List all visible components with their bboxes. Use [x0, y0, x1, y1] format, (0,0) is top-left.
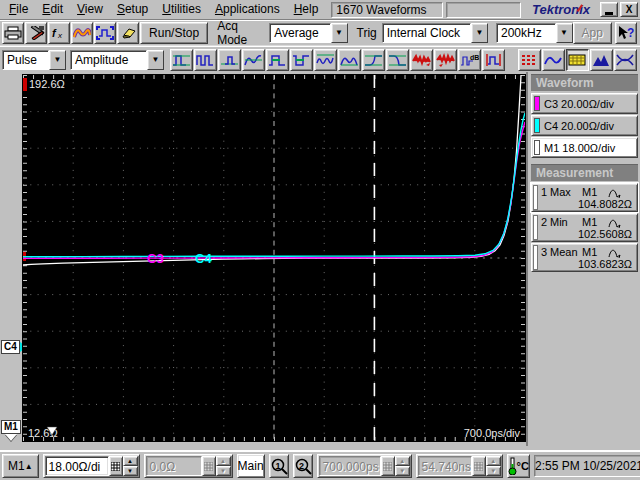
- meas-amplitude-button[interactable]: [170, 49, 193, 71]
- main-timebase-button[interactable]: Main: [237, 454, 265, 478]
- select-waveform-icon: [96, 26, 114, 40]
- trace-label-c4[interactable]: C4: [195, 251, 212, 266]
- sine-view-button[interactable]: [542, 49, 565, 71]
- chevron-down-icon[interactable]: ▼: [331, 23, 348, 43]
- acq-mode-select[interactable]: Average ▼: [269, 23, 347, 43]
- horizontal-position-spinner: ▲ ▼: [486, 456, 501, 476]
- waveform-panel-header: Waveform: [531, 74, 638, 91]
- measurement-index: 2: [541, 216, 550, 228]
- keypad-button: [381, 456, 395, 476]
- signal-class-value: Pulse: [2, 50, 49, 70]
- meas-pulse-train-icon: [196, 53, 215, 67]
- horizontal-scale-value: 700.000ps: [319, 456, 381, 476]
- measurement-row-min[interactable]: 2 Min M1 102.5608Ω: [531, 213, 638, 242]
- thermometer-icon: [508, 457, 517, 475]
- menu-applications[interactable]: Applications: [208, 0, 287, 19]
- spin-down-icon: ▼: [216, 466, 231, 476]
- temp-unit-label: °C: [517, 460, 529, 472]
- measurement-value: 104.8082Ω: [541, 198, 634, 210]
- menu-view[interactable]: View: [70, 0, 110, 19]
- keypad-icon: [204, 462, 213, 471]
- meas-period-button[interactable]: [242, 49, 265, 71]
- chevron-down-icon[interactable]: ▼: [471, 23, 488, 43]
- mag1-button[interactable]: 1: [269, 454, 289, 478]
- measurement-row-mean[interactable]: 3 Mean M1 103.6823Ω: [531, 243, 638, 272]
- measurement-toolbar: Pulse ▼ Amplitude ▼ dB: [0, 46, 640, 72]
- keypad-icon: [383, 462, 392, 471]
- menu-help[interactable]: Help: [287, 0, 326, 19]
- meas-gated-button[interactable]: [482, 49, 505, 71]
- horizontal-scale-control: 700.000ps ▲ ▼: [317, 454, 412, 478]
- meas-rise-time-button[interactable]: [362, 49, 385, 71]
- meas-low-button[interactable]: [218, 49, 241, 71]
- tools-button[interactable]: [25, 22, 47, 44]
- trig-rate-select[interactable]: 200kHz ▼: [496, 23, 573, 43]
- trace-selector[interactable]: M1 ▲: [2, 454, 39, 478]
- histogram-view-button[interactable]: [566, 49, 589, 71]
- vertical-scale-control[interactable]: 18.00Ω/di ▲ ▼: [43, 454, 140, 478]
- menu-setup[interactable]: Setup: [110, 0, 155, 19]
- meas-frequency-button[interactable]: [314, 49, 337, 71]
- menu-utilities[interactable]: Utilities: [155, 0, 208, 19]
- meas-pulse-train-button[interactable]: [194, 49, 217, 71]
- tektronix-logo: Tektronix: [524, 2, 598, 17]
- meas-rise-time-icon: [364, 53, 383, 67]
- meas-fall-time-button[interactable]: [386, 49, 409, 71]
- menu-edit[interactable]: Edit: [35, 0, 70, 19]
- chevron-down-icon[interactable]: ▼: [147, 50, 164, 70]
- c4-position-marker[interactable]: C4: [1, 340, 21, 354]
- minimize-button[interactable]: [600, 2, 618, 17]
- chevron-down-icon[interactable]: ▼: [556, 23, 573, 43]
- trig-rate-value: 200kHz: [496, 23, 556, 43]
- formula-button[interactable]: f x: [48, 22, 70, 44]
- waveform-button-c3[interactable]: C3 20.00Ω/div: [531, 93, 638, 114]
- eye-diagram-button[interactable]: [614, 49, 637, 71]
- meas-pos-width-button[interactable]: [266, 49, 289, 71]
- run-stop-button[interactable]: Run/Stop: [140, 22, 208, 44]
- waveform-button-m1[interactable]: M1 18.00Ω/div: [531, 137, 638, 158]
- spin-up-icon[interactable]: ▲: [123, 456, 138, 466]
- select-waveform-button[interactable]: [94, 22, 116, 44]
- spin-down-icon[interactable]: ▼: [123, 466, 138, 476]
- waveform-display[interactable]: C3 C4 192.6Ω 12.6Ω 700.0ps/div: [22, 74, 526, 442]
- help-pointer-icon: ?: [617, 25, 635, 40]
- print-button[interactable]: [2, 22, 24, 44]
- statistics-view-button[interactable]: [590, 49, 613, 71]
- measurement-name: Mean: [550, 246, 582, 258]
- menu-file[interactable]: File: [2, 0, 35, 19]
- temperature-button[interactable]: °C: [507, 454, 530, 478]
- svg-text:2: 2: [299, 460, 304, 470]
- meas-neg-width-button[interactable]: [290, 49, 313, 71]
- control-bar: M1 ▲ 18.00Ω/di ▲ ▼ 0.0Ω ▲ ▼ Main 1: [0, 450, 640, 480]
- keypad-button[interactable]: [109, 456, 123, 476]
- clear-data-button[interactable]: [117, 22, 139, 44]
- m1-position-marker[interactable]: M1: [1, 420, 21, 434]
- spin-down-icon: ▼: [395, 466, 410, 476]
- measurement-index: 3: [541, 246, 550, 258]
- signal-class-select[interactable]: Pulse ▼: [2, 50, 66, 70]
- meas-pos-jitter-button[interactable]: [410, 49, 433, 71]
- trace-label-c3[interactable]: C3: [147, 251, 164, 266]
- waveform-count-readout: 1670 Waveforms: [331, 2, 443, 18]
- measurement-stripe: [533, 215, 538, 240]
- c3-color-chip: [534, 96, 540, 111]
- waveform-database-button[interactable]: [71, 22, 93, 44]
- waveform-button-c4[interactable]: C4 20.00Ω/div: [531, 115, 638, 136]
- meas-neg-jitter-button[interactable]: [434, 49, 457, 71]
- close-button[interactable]: X: [620, 2, 638, 17]
- magnifier-2-icon: 2: [294, 458, 312, 475]
- mask-test-button[interactable]: [518, 49, 541, 71]
- mag2-button[interactable]: 2: [293, 454, 313, 478]
- trace-m1[interactable]: [23, 75, 521, 265]
- measure-class-select[interactable]: Amplitude ▼: [70, 50, 164, 70]
- measurement-row-max[interactable]: 1 Max M1 104.8082Ω: [531, 183, 638, 212]
- chevron-down-icon[interactable]: ▼: [49, 50, 66, 70]
- trig-source-select[interactable]: Internal Clock ▼: [382, 23, 488, 43]
- m1-marker-arrow-icon: [5, 434, 17, 441]
- meas-burst-button[interactable]: [338, 49, 361, 71]
- meas-dbm-button[interactable]: dB: [458, 49, 481, 71]
- vertical-scale-spinner[interactable]: ▲ ▼: [123, 456, 138, 476]
- context-help-button[interactable]: ?: [615, 22, 637, 44]
- spin-up-icon: ▲: [395, 456, 410, 466]
- vertical-scale-value[interactable]: 18.00Ω/di: [45, 456, 109, 476]
